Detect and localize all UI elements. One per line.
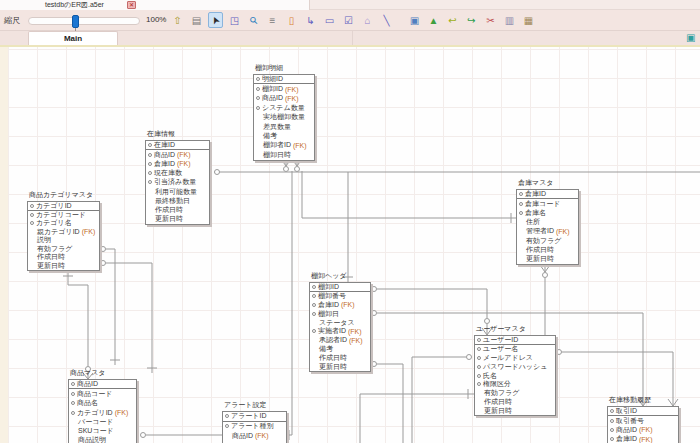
field-name: 親カテゴリID [37, 228, 80, 237]
entity-shohin-category-master[interactable]: 商品カテゴリマスタカテゴリIDカテゴリコードカテゴリ名親カテゴリID (FK)説… [27, 201, 100, 271]
print-icon[interactable]: ▤ [189, 12, 204, 28]
fk-tag: (FK) [177, 160, 191, 167]
notnull-marker [71, 401, 75, 405]
zoom-icon[interactable]: ⚲ [246, 12, 261, 28]
fk-tag: (FK) [255, 432, 269, 439]
notnull-marker [148, 180, 152, 184]
notnull-marker [256, 96, 260, 100]
field-name: 作成日時 [37, 253, 65, 262]
document-tab[interactable]: testdbのER図.a5er ✕ [0, 0, 310, 10]
field-name: 倉庫ID [616, 435, 637, 443]
entity-field-row: アラート種別 [223, 422, 286, 432]
relation-icon[interactable]: ↳ [303, 12, 318, 28]
entity-field-row: 引当済み数量 [146, 178, 209, 187]
clipboard-icon[interactable]: ▣ [686, 32, 695, 43]
entity-field-row: 倉庫ID (FK) [608, 435, 678, 443]
entity-tanaoroshi-meisai[interactable]: 棚卸明細明細ID棚卸ID (FK)商品ID (FK)システム数量実地棚卸数量差異… [253, 74, 315, 161]
entity-zaiko-joho[interactable]: 在庫情報在庫ID商品ID (FK)倉庫ID (FK)現在庫数引当済み数量利用可能… [145, 140, 210, 225]
zoom-slider-thumb[interactable] [72, 15, 79, 28]
notnull-marker [30, 221, 34, 225]
copy-icon-glyph: ▥ [505, 15, 514, 26]
fk-tag: (FK) [556, 228, 570, 235]
er-diagram-canvas[interactable]: 棚卸明細明細ID棚卸ID (FK)商品ID (FK)システム数量実地棚卸数量差異… [0, 45, 700, 443]
entity-user-master[interactable]: ユーザーマスタユーザーIDユーザー名メールアドレスパスワードハッシュ氏名権限区分… [474, 335, 556, 416]
open-icon[interactable]: ⇧ [170, 12, 185, 28]
redo-icon[interactable]: ↪ [464, 12, 479, 28]
field-name: 棚卸日時 [263, 150, 291, 159]
entity-box: 商品ID商品コード商品名カテゴリID (FK)バーコードSKUコード商品説明 [68, 379, 137, 443]
entity-field-row: 作成日時 [475, 398, 555, 407]
entity-field-row: 権限区分 [475, 380, 555, 389]
zoom-slider[interactable] [28, 17, 140, 25]
undo-icon-glyph: ↩ [448, 15, 456, 26]
tab-main[interactable]: Main [28, 31, 118, 45]
field-name: メールアドレス [483, 354, 533, 363]
field-name: 更新日時 [155, 215, 183, 224]
notnull-marker [610, 419, 614, 423]
notnull-marker [477, 365, 481, 369]
fk-tag: (FK) [82, 228, 96, 235]
list-icon[interactable]: ≡ [265, 12, 280, 28]
entity-field-row: ユーザー名 [475, 345, 555, 354]
entity-field-row: 親カテゴリID (FK) [28, 228, 99, 237]
field-name: 作成日時 [155, 205, 183, 214]
entity-field-row: バーコード [69, 417, 136, 426]
entity-field-row: 倉庫ID (FK) [146, 159, 209, 168]
entity-field-row: カテゴリID [28, 202, 99, 211]
entity-field-row: 作成日時 [517, 245, 578, 254]
page-icon[interactable]: ▯ [284, 12, 299, 28]
entity-zaiko-ido-rireki[interactable]: 在庫移動履歴取引ID取引番号商品ID (FK)倉庫ID (FK)入出庫区分ID … [607, 406, 679, 443]
entity-shohin-master[interactable]: 商品マスタ商品ID商品コード商品名カテゴリID (FK)バーコードSKUコード商… [68, 379, 137, 443]
fk-tag: (FK) [285, 95, 299, 102]
comment-icon[interactable]: ▭ [322, 12, 337, 28]
marquee-icon[interactable]: ◳ [227, 12, 242, 28]
shape-icon[interactable]: ⌂ [360, 12, 375, 28]
field-name: 管理者ID [526, 227, 554, 236]
line-icon[interactable]: ╲ [379, 12, 394, 28]
entity-soko-master[interactable]: 倉庫マスタ倉庫ID倉庫コード倉庫名住所管理者ID (FK)有効フラグ作成日時更新… [516, 189, 579, 265]
copy-icon[interactable]: ▥ [502, 12, 517, 28]
field-name: 住所 [526, 218, 540, 227]
close-tab-icon[interactable]: ✕ [127, 1, 136, 9]
tree-icon[interactable]: ▲ [426, 12, 441, 28]
notnull-marker [312, 303, 316, 307]
field-name: ユーザーID [483, 336, 518, 345]
field-name: 商品コード [77, 389, 112, 398]
entity-field-row: 明細ID [254, 75, 314, 84]
field-name: カテゴリID [36, 202, 72, 211]
entity-title: 商品カテゴリマスタ [29, 190, 93, 200]
entity-field-row: アラートID [223, 412, 286, 422]
notnull-marker [71, 411, 75, 415]
field-name: アラートID [231, 412, 267, 421]
entity-field-row: ステータス [310, 318, 370, 327]
field-name: 備考 [319, 345, 333, 354]
entity-field-row: 備考 [310, 345, 370, 354]
entity-title: 倉庫マスタ [518, 178, 554, 188]
checkbox-icon[interactable]: ☑ [341, 12, 356, 28]
field-name: 有効フラグ [526, 236, 562, 245]
cut-icon-glyph: ✂ [486, 15, 494, 26]
notnull-marker [477, 382, 481, 386]
paste-icon[interactable]: ▦ [521, 12, 536, 28]
field-name: 引当済み数量 [154, 178, 196, 187]
cube-icon-glyph: ▣ [410, 15, 419, 26]
notnull-marker [610, 437, 614, 441]
notnull-marker [312, 329, 316, 333]
entity-title: 棚卸明細 [255, 63, 283, 73]
entity-field-row: 更新日時 [310, 362, 370, 371]
entity-field-row: 商品コード [69, 389, 136, 398]
entity-field-row: 管理者ID (FK) [517, 227, 578, 236]
entity-field-row: カテゴリ名 [28, 219, 99, 228]
notnull-marker [225, 424, 229, 428]
cursor-icon[interactable]: ➤ [208, 12, 223, 28]
cube-icon[interactable]: ▣ [407, 12, 422, 28]
notnull-marker [30, 213, 34, 217]
entity-alert-settei[interactable]: アラート設定アラートIDアラート種別商品ID (FK) [222, 411, 287, 443]
zoom-icon-glyph: ⚲ [247, 14, 260, 27]
undo-icon[interactable]: ↩ [445, 12, 460, 28]
cut-icon[interactable]: ✂ [483, 12, 498, 28]
open-icon-glyph: ⇧ [173, 15, 181, 26]
entity-tanaoroshi-header[interactable]: 棚卸ヘッダ棚卸ID棚卸番号倉庫ID (FK)棚卸日ステータス実施者ID (FK)… [309, 282, 371, 372]
entity-title: 在庫情報 [147, 129, 175, 139]
entity-field-row: 住所 [517, 218, 578, 227]
